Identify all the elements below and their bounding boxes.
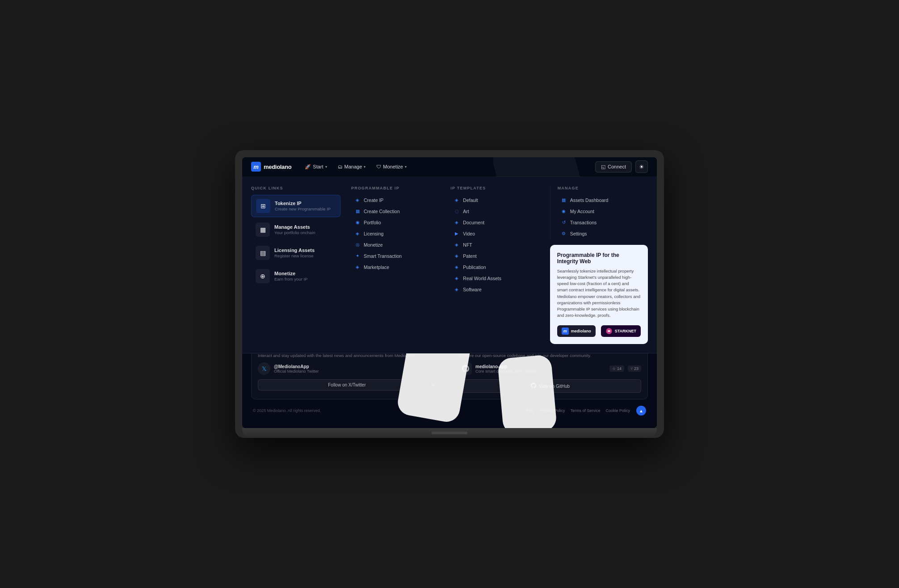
art-icon: ◌ [454, 208, 460, 214]
nft-icon: ◈ [454, 242, 460, 248]
copyright: © 2025 Mediolano. All rights reserved. [253, 408, 321, 413]
star-icon: ☆ [612, 366, 616, 371]
ql-monetize[interactable]: ⊕ Monetize Earn from your IP [251, 265, 340, 287]
menu-default[interactable]: ◈ Default [450, 195, 539, 206]
wallet-icon: ◱ [601, 164, 605, 170]
ql-licensing-assets[interactable]: ▤ Licensing Assets Register new license [251, 242, 340, 264]
start-icon: 🚀 [305, 164, 311, 170]
follow-twitter-button[interactable]: Follow on X/Twitter 𝕏 [258, 379, 440, 391]
logo-icon: m [251, 162, 261, 172]
create-ip-icon: ◈ [354, 197, 361, 203]
github-stats: ☆ 14 ⑂ 23 [609, 365, 641, 372]
footer-terms-of-service[interactable]: Terms of Service [570, 408, 600, 413]
chevron-down-icon: ▾ [364, 165, 365, 169]
ql-tokenize-ip-sub: Create new Programmable IP [275, 206, 331, 211]
monetize-ip-icon: ◎ [354, 242, 361, 248]
menu-create-collection[interactable]: ▦ Create Collection [351, 206, 440, 217]
manage-icon: 🗂 [338, 164, 343, 169]
menu-transactions[interactable]: ↺ Transactions [558, 217, 648, 228]
twitter-handle: @MediolanoApp [274, 364, 319, 369]
menu-licensing[interactable]: ◈ Licensing [351, 228, 440, 239]
menu-settings[interactable]: ⚙ Settings [558, 228, 648, 239]
menu-smart-transaction[interactable]: ✦ Smart Transaction [351, 251, 440, 261]
main-nav: 🚀 Start ▾ 🗂 Manage ▾ 🛡 Monetize ▾ [300, 162, 595, 172]
programmable-ip-title: PROGRAMMABLE IP [351, 186, 440, 190]
twitter-icon: 𝕏 [258, 362, 270, 375]
real-world-assets-icon: ◈ [454, 275, 460, 281]
ql-manage-assets-sub: Your portfolio onchain [274, 230, 315, 235]
ql-monetize-sub: Earn from your IP [274, 277, 307, 281]
dropdown-menu: QUICK LINKS ⊞ Tokenize IP Create new Pro… [242, 177, 657, 353]
menu-art[interactable]: ◌ Art [450, 206, 539, 217]
manage-section: MANAGE ▦ Assets Dashboard ◉ My Account ↺… [550, 186, 648, 239]
smart-transaction-icon: ✦ [354, 253, 361, 259]
footer-cookie-policy[interactable]: Cookie Policy [605, 408, 630, 413]
ql-manage-assets[interactable]: ▦ Manage Assets Your portfolio onchain [251, 219, 340, 240]
menu-document[interactable]: ◈ Document [450, 217, 539, 228]
nav-manage[interactable]: 🗂 Manage ▾ [333, 162, 370, 172]
nav-monetize[interactable]: 🛡 Monetize ▾ [372, 162, 411, 172]
programmable-ip-section: PROGRAMMABLE IP ◈ Create IP ▦ Create Col… [351, 186, 440, 344]
menu-nft[interactable]: ◈ NFT [450, 239, 539, 250]
github-forks: ⑂ 23 [628, 365, 641, 372]
sun-icon: ☀ [639, 164, 644, 170]
menu-create-ip[interactable]: ◈ Create IP [351, 195, 440, 206]
github-repo-icon [459, 362, 472, 375]
footer-links: FAQ Privacy Policy Terms of Service Cook… [526, 408, 630, 413]
menu-real-world-assets[interactable]: ◈ Real World Assets [450, 273, 539, 284]
github-subtitle: Explore our open-source codebase and joi… [459, 353, 641, 358]
github-repo-row: mediolano-app Core smart contracts, APIs… [459, 362, 641, 375]
manage-title: MANAGE [558, 186, 648, 190]
connect-button[interactable]: ◱ Connect [595, 161, 632, 172]
menu-portfolio[interactable]: ◉ Portfolio [351, 217, 440, 228]
logo-text: mediolano [264, 164, 291, 170]
repo-sub: Core smart contracts, APIs, dApps [475, 369, 537, 374]
default-icon: ◈ [454, 197, 460, 203]
promo-title: Programmable IP for the Integrity Web [557, 252, 641, 265]
laptop-base [242, 428, 657, 438]
my-account-icon: ◉ [561, 208, 567, 214]
menu-software[interactable]: ◈ Software [450, 284, 539, 295]
portfolio-icon: ◉ [354, 219, 361, 226]
logo[interactable]: m mediolano [251, 162, 291, 172]
patent-icon: ◈ [454, 253, 460, 259]
promo-logos: m mediolano STARKNET [557, 325, 641, 337]
software-icon: ◈ [454, 286, 460, 293]
nav-start[interactable]: 🚀 Start ▾ [300, 162, 331, 172]
promo-logo-starknet: STARKNET [601, 325, 641, 337]
menu-monetize-ip[interactable]: ◎ Monetize [351, 239, 440, 250]
menu-patent[interactable]: ◈ Patent [450, 251, 539, 261]
settings-button[interactable]: ☀ [635, 160, 648, 173]
header-right: ◱ Connect ☀ [595, 160, 648, 173]
menu-my-account[interactable]: ◉ My Account [558, 206, 648, 217]
menu-video[interactable]: ▶ Video [450, 228, 539, 239]
chevron-down-icon: ▾ [405, 165, 407, 169]
quick-links-section: QUICK LINKS ⊞ Tokenize IP Create new Pro… [251, 186, 340, 344]
repo-name: mediolano-app [475, 364, 537, 369]
ql-monetize-title: Monetize [274, 271, 307, 276]
quick-links-title: QUICK LINKS [251, 186, 340, 190]
licensing-assets-icon: ▤ [256, 246, 270, 260]
footer-faq[interactable]: FAQ [526, 408, 534, 413]
twitter-bird-icon: 𝕏 [431, 382, 435, 387]
menu-publication[interactable]: ◈ Publication [450, 262, 539, 273]
promo-description: Seamlessly tokenize intellectual propert… [557, 268, 641, 319]
manage-assets-icon: ▦ [256, 223, 270, 237]
community-subtitle: Interact and stay updated with the lates… [258, 353, 440, 358]
monetize-icon: 🛡 [376, 164, 381, 169]
scroll-to-top-button[interactable]: ▲ [636, 406, 646, 416]
footer-privacy-policy[interactable]: Privacy Policy [540, 408, 565, 413]
video-icon: ▶ [454, 231, 460, 237]
github-stars: ☆ 14 [609, 365, 624, 372]
github-icon [462, 365, 469, 372]
footer: © 2025 Mediolano. All rights reserved. F… [251, 406, 648, 416]
menu-marketplace[interactable]: ◈ Marketplace [351, 262, 440, 273]
ql-tokenize-ip[interactable]: ⊞ Tokenize IP Create new Programmable IP [251, 195, 340, 217]
marketplace-icon: ◈ [354, 264, 361, 270]
twitter-row: 𝕏 @MediolanoApp Official Mediolano Twitt… [258, 362, 440, 375]
menu-assets-dashboard[interactable]: ▦ Assets Dashboard [558, 195, 648, 206]
chevron-down-icon: ▾ [325, 165, 327, 169]
view-github-button[interactable]: View on GitHub [459, 379, 641, 393]
create-collection-icon: ▦ [354, 208, 361, 214]
assets-dashboard-icon: ▦ [561, 197, 567, 203]
